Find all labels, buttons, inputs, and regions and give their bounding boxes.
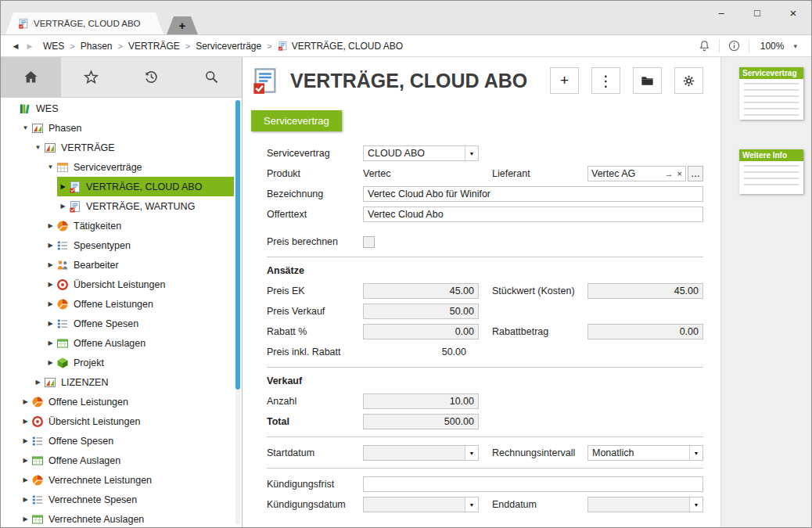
breadcrumb-item[interactable]: Serviceverträge [196,41,261,52]
breadcrumb-item[interactable]: Phasen [81,41,113,52]
bezeichnung-input[interactable] [363,186,703,202]
rabattbetrag-input[interactable] [587,324,703,339]
rechnungsintervall-combo[interactable]: Monatlich ▼ [587,445,703,461]
preview-servicevertrag[interactable]: Servicevertrag [739,67,803,120]
folder-button[interactable] [633,67,662,94]
expand-icon[interactable]: ▶ [20,515,31,523]
tree-item[interactable]: ▶Übersicht Leistungen [45,275,234,294]
chevron-down-icon[interactable]: ▼ [465,497,478,512]
collapse-icon[interactable]: ▼ [45,163,56,171]
tree-item[interactable]: ▶VERTRÄGE, CLOUD ABO [57,177,234,196]
anzahl-input[interactable] [363,393,479,409]
expand-icon[interactable]: ▶ [45,261,56,268]
tree-item[interactable]: ▶LIZENZEN [32,372,234,392]
preview-weitere-info[interactable]: Weitere Info [739,149,803,194]
kuendigungsdatum-combo[interactable]: ▼ [363,497,479,512]
search-button[interactable] [181,57,242,97]
chevron-down-icon[interactable]: ▼ [689,446,702,460]
expand-icon[interactable]: ▶ [45,300,56,307]
chevron-down-icon[interactable]: ▼ [465,446,478,460]
tab-servicevertrag[interactable]: Servicevertrag [251,110,342,131]
goto-icon[interactable]: → [665,170,674,178]
zoom-level[interactable]: 100% [760,41,785,52]
breadcrumb-item[interactable]: VERTRÄGE [128,41,180,52]
tree-item[interactable]: ▶Offene Leistungen [45,294,234,314]
new-entry-button[interactable]: + [550,67,579,94]
expand-icon[interactable]: ▶ [45,242,56,249]
chevron-down-icon[interactable]: ▼ [689,497,702,512]
expand-icon[interactable]: ▶ [20,476,31,483]
home-button[interactable] [1,57,61,97]
kuendigungsfrist-input[interactable] [363,476,703,492]
forward-button[interactable]: ▶ [23,42,37,50]
expand-icon[interactable]: ▶ [45,222,56,229]
enddatum-combo[interactable]: ▼ [587,497,703,512]
lieferant-field[interactable]: Vertec AG → × [587,166,686,181]
expand-icon[interactable]: ▶ [45,359,56,366]
collapse-icon[interactable]: ▼ [20,124,31,131]
tree-scrollbar[interactable] [235,100,240,525]
tree-item[interactable]: ▶Übersicht Leistungen [20,411,234,431]
expand-icon[interactable]: ▶ [45,339,56,347]
tree-item[interactable]: ▶Bearbeiter [45,255,234,275]
stueckwert-input[interactable] [587,283,703,299]
servicevertrag-combo[interactable]: CLOUD ABO ▼ [363,145,479,161]
total-input[interactable] [363,414,479,429]
minimize-button[interactable]: – [703,1,739,24]
expand-icon[interactable]: ▶ [20,457,31,464]
expand-icon[interactable]: ▶ [45,281,56,288]
tree-item[interactable]: ▼VERTRÄGE [32,138,234,157]
expand-icon[interactable]: ▶ [32,379,44,386]
expand-icon[interactable]: ▶ [45,320,56,327]
expand-icon[interactable]: ▶ [20,496,31,503]
rabatt-input[interactable] [363,324,479,339]
document-tab[interactable]: VERTRÄGE, CLOUD ABO [5,13,163,34]
info-icon[interactable] [728,39,741,52]
settings-button[interactable] [674,67,703,94]
breadcrumb-item[interactable]: WES [43,41,64,52]
tree-item[interactable]: ▶Offene Leistungen [20,392,234,411]
tree-item[interactable]: ▶Tätigkeiten [45,216,234,235]
maximize-button[interactable]: □ [739,1,775,24]
tree-item[interactable]: ▶Verrechnete Leistungen [20,470,234,490]
section-heading: Verkauf [267,375,703,386]
new-tab-button[interactable]: + [167,16,198,34]
offerttext-input[interactable] [363,207,703,222]
expand-icon[interactable]: ▶ [57,203,69,210]
tree-item[interactable]: ▶VERTRÄGE, WARTUNG [57,196,234,216]
tree-item[interactable]: ▶Projekt [45,353,234,372]
preis-verkauf-input[interactable] [363,304,479,319]
field-label: Servicevertrag [267,148,363,159]
clear-icon[interactable]: × [677,170,682,178]
close-button[interactable]: × [775,1,811,24]
notifications-icon[interactable] [698,39,711,52]
chevron-down-icon[interactable]: ▾ [793,42,797,50]
expand-icon[interactable]: ▶ [20,437,31,444]
expand-icon[interactable]: ▶ [20,418,31,425]
startdatum-combo[interactable]: ▼ [363,445,479,461]
tree-item[interactable]: ▶Verrechnete Spesen [20,490,234,509]
tree-item[interactable]: ▶Spesentypen [45,235,234,255]
tree-item[interactable]: WES [7,99,234,118]
tree-item[interactable]: ▶Verrechnete Auslagen [20,509,234,527]
tree-item[interactable]: ▶Offene Auslagen [20,451,234,470]
tree-item[interactable]: ▼Phasen [20,118,234,138]
favorites-button[interactable] [61,57,121,97]
tree-item-label: Übersicht Leistungen [49,416,146,427]
preis-ek-input[interactable] [363,283,479,299]
collapse-icon[interactable]: ▼ [32,144,44,151]
tree-item[interactable]: ▶Offene Spesen [20,431,234,451]
history-button[interactable] [121,57,181,97]
expand-icon[interactable]: ▶ [20,398,31,405]
tree-item[interactable]: ▼Serviceverträge [45,157,234,177]
back-button[interactable]: ◀ [9,42,23,50]
tree-scrollbar-thumb[interactable] [235,100,240,390]
more-actions-button[interactable]: ⋮ [591,67,620,94]
breadcrumb-item[interactable]: VERTRÄGE, CLOUD ABO [278,41,403,52]
chevron-down-icon[interactable]: ▼ [465,146,478,160]
tree-item[interactable]: ▶Offene Spesen [45,314,234,333]
preis-berechnen-checkbox[interactable] [363,236,375,248]
expand-icon[interactable]: ▶ [57,183,69,190]
tree-item[interactable]: ▶Offene Auslagen [45,333,234,353]
lieferant-picker-button[interactable]: … [688,166,703,181]
